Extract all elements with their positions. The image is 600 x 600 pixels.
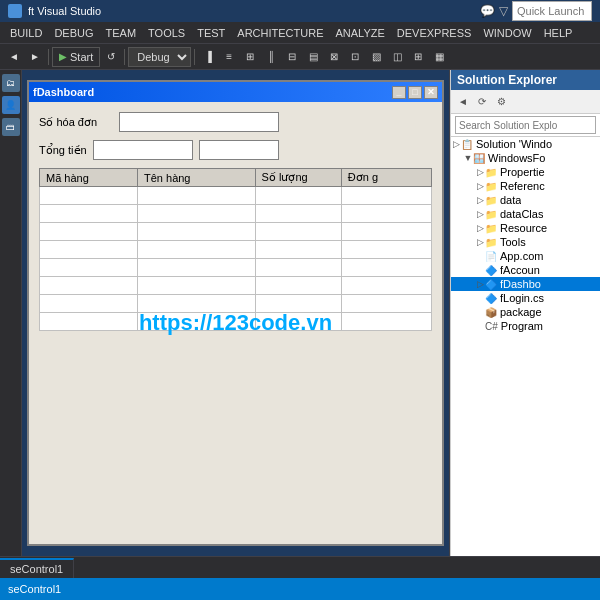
so-hoa-don-row: Số hóa đơn	[39, 112, 432, 132]
title-text: ft Visual Studio	[28, 5, 101, 17]
forward-btn[interactable]: ►	[25, 47, 45, 67]
se-tree-item[interactable]: ▷📁Propertie	[451, 165, 600, 179]
tb-btn7[interactable]: ⊠	[324, 47, 344, 67]
se-tree-item[interactable]: ▷📁Referenc	[451, 179, 600, 193]
tb-btn3[interactable]: ⊞	[240, 47, 260, 67]
vs-icon	[8, 4, 22, 18]
se-tree-item[interactable]: 🔷fLogin.cs	[451, 291, 600, 305]
menu-help[interactable]: HELP	[538, 25, 579, 41]
tb-btn11[interactable]: ⊞	[408, 47, 428, 67]
se-file-icon: 📁	[485, 181, 497, 192]
se-file-icon: 📄	[485, 251, 497, 262]
table-cell	[255, 241, 341, 259]
table-cell	[255, 277, 341, 295]
menu-tools[interactable]: TOOLS	[142, 25, 191, 41]
form-body: https://123code.vn Số hóa đơn Tổng tiền	[29, 102, 442, 544]
se-search	[451, 114, 600, 137]
se-tree-item[interactable]: ▷📁Tools	[451, 235, 600, 249]
main-layout: 🗂 👤 🗃 fDashboard _ □ ✕ https://123code.v…	[0, 70, 600, 556]
table-cell	[138, 205, 256, 223]
tb-btn6[interactable]: ▤	[303, 47, 323, 67]
close-btn[interactable]: ✕	[424, 86, 438, 99]
se-tree-item[interactable]: ▷📁dataClas	[451, 207, 600, 221]
col-ma-hang: Mã hàng	[40, 169, 138, 187]
table-row	[40, 187, 432, 205]
menu-architecture[interactable]: ARCHITECTURE	[231, 25, 329, 41]
se-tree-item[interactable]: 🔷fAccoun	[451, 263, 600, 277]
se-file-icon: 📦	[485, 307, 497, 318]
tong-tien-field[interactable]	[93, 140, 193, 160]
se-tree-item[interactable]: ▷📁data	[451, 193, 600, 207]
so-hoa-don-label: Số hóa đơn	[39, 116, 119, 129]
maximize-btn[interactable]: □	[408, 86, 422, 99]
refresh-btn[interactable]: ↺	[101, 47, 121, 67]
quick-launch-input[interactable]	[512, 1, 592, 21]
menu-team[interactable]: TEAM	[100, 25, 143, 41]
table-cell	[138, 313, 256, 331]
se-tree-item[interactable]: ▷📋Solution 'Windo	[451, 137, 600, 151]
minimize-btn[interactable]: _	[392, 86, 406, 99]
title-bar: ft Visual Studio 💬 ▽	[0, 0, 600, 22]
table-cell	[255, 205, 341, 223]
se-item-label: package	[500, 306, 542, 318]
start-button[interactable]: ▶ Start	[52, 47, 100, 67]
table-cell	[40, 223, 138, 241]
se-search-input[interactable]	[455, 116, 596, 134]
tb-btn2[interactable]: ≡	[219, 47, 239, 67]
table-cell	[255, 187, 341, 205]
se-tree-item[interactable]: 📄App.com	[451, 249, 600, 263]
so-hoa-don-input[interactable]	[119, 112, 279, 132]
tb-btn4[interactable]: ║	[261, 47, 281, 67]
table-cell	[40, 187, 138, 205]
sidebar-icon-3[interactable]: 🗃	[2, 118, 20, 136]
table-cell	[341, 277, 431, 295]
form-designer: fDashboard _ □ ✕ https://123code.vn Số h…	[22, 70, 450, 556]
windows-form: fDashboard _ □ ✕ https://123code.vn Số h…	[27, 80, 444, 546]
menu-devexpress[interactable]: DEVEXPRESS	[391, 25, 478, 41]
sidebar-icon-1[interactable]: 🗂	[2, 74, 20, 92]
menu-analyze[interactable]: ANALYZE	[329, 25, 390, 41]
table-cell	[138, 259, 256, 277]
sidebar-icon-2[interactable]: 👤	[2, 96, 20, 114]
left-sidebar: 🗂 👤 🗃	[0, 70, 22, 556]
tb-btn10[interactable]: ◫	[387, 47, 407, 67]
se-back-btn[interactable]: ◄	[455, 94, 471, 110]
se-tree-item[interactable]: ▼🪟WindowsFo	[451, 151, 600, 165]
se-toggle: ▷	[451, 139, 461, 149]
tb-btn5[interactable]: ⊟	[282, 47, 302, 67]
dat-hang-field[interactable]	[199, 140, 279, 160]
se-file-icon: 🪟	[473, 153, 485, 164]
back-btn[interactable]: ◄	[4, 47, 24, 67]
table-cell	[40, 295, 138, 313]
menu-bar: BUILD DEBUG TEAM TOOLS TEST ARCHITECTURE…	[0, 22, 600, 44]
menu-test[interactable]: TEST	[191, 25, 231, 41]
bottom-tab-1[interactable]: seControl1	[0, 558, 74, 578]
se-item-label: data	[500, 194, 521, 206]
se-tree-item[interactable]: 📦package	[451, 305, 600, 319]
se-tree-item[interactable]: C#Program	[451, 319, 600, 333]
se-tree-item[interactable]: ▷🔷fDashbo	[451, 277, 600, 291]
se-item-label: Solution 'Windo	[476, 138, 552, 150]
se-tree-item[interactable]: ▷📁Resource	[451, 221, 600, 235]
se-item-label: App.com	[500, 250, 543, 262]
debug-select[interactable]: Debug	[128, 47, 191, 67]
status-text: seControl1	[8, 583, 61, 595]
col-ten-hang: Tên hàng	[138, 169, 256, 187]
menu-build[interactable]: BUILD	[4, 25, 48, 41]
menu-debug[interactable]: DEBUG	[48, 25, 99, 41]
menu-window[interactable]: WINDOW	[477, 25, 537, 41]
se-refresh-btn[interactable]: ⟳	[474, 94, 490, 110]
se-item-label: Tools	[500, 236, 526, 248]
table-cell	[138, 277, 256, 295]
table-cell	[341, 205, 431, 223]
play-icon: ▶	[59, 51, 67, 62]
se-file-icon: 📁	[485, 209, 497, 220]
tb-btn8[interactable]: ⊡	[345, 47, 365, 67]
se-item-label: Referenc	[500, 180, 545, 192]
se-toggle: ▷	[475, 223, 485, 233]
data-grid: Mã hàng Tên hàng Số lượng Đơn g	[39, 168, 432, 331]
tb-btn9[interactable]: ▧	[366, 47, 386, 67]
tb-btn12[interactable]: ▦	[429, 47, 449, 67]
se-settings-btn[interactable]: ⚙	[493, 94, 509, 110]
tb-btn1[interactable]: ▐	[198, 47, 218, 67]
